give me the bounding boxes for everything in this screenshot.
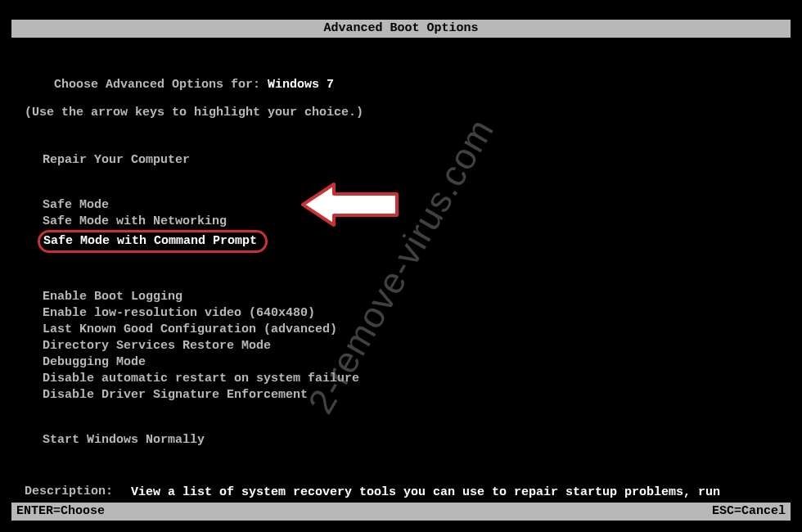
- option-low-resolution-video[interactable]: Enable low-resolution video (640x480): [43, 305, 315, 322]
- option-group-advanced: Enable Boot Logging Enable low-resolutio…: [43, 289, 777, 404]
- options-block: Repair Your Computer Safe Mode Safe Mode…: [43, 152, 777, 449]
- option-enable-boot-logging[interactable]: Enable Boot Logging: [43, 289, 182, 305]
- option-group-repair: Repair Your Computer: [43, 152, 777, 169]
- option-group-normal: Start Windows Normally: [43, 432, 777, 449]
- option-debugging-mode[interactable]: Debugging Mode: [43, 354, 146, 371]
- option-safe-mode-networking[interactable]: Safe Mode with Networking: [43, 214, 227, 230]
- option-disable-driver-signature[interactable]: Disable Driver Signature Enforcement: [43, 387, 308, 404]
- page-title: Advanced Boot Options: [323, 21, 478, 35]
- option-repair-your-computer[interactable]: Repair Your Computer: [43, 152, 190, 169]
- option-safe-mode[interactable]: Safe Mode: [43, 197, 109, 214]
- main-content: Choose Advanced Options for: Windows 7 (…: [25, 64, 777, 517]
- option-group-safe-mode: Safe Mode Safe Mode with Networking Safe…: [43, 197, 777, 253]
- footer-bar: ENTER=Choose ESC=Cancel: [11, 503, 791, 521]
- option-safe-mode-command-prompt[interactable]: Safe Mode with Command Prompt: [38, 230, 268, 253]
- footer-esc: ESC=Cancel: [712, 503, 786, 521]
- option-directory-services-restore[interactable]: Directory Services Restore Mode: [43, 338, 271, 354]
- footer-enter: ENTER=Choose: [16, 503, 105, 521]
- heading-line: Choose Advanced Options for: Windows 7: [25, 64, 777, 106]
- os-name: Windows 7: [268, 78, 334, 92]
- title-bar: Advanced Boot Options: [11, 20, 791, 38]
- option-last-known-good-configuration[interactable]: Last Known Good Configuration (advanced): [43, 322, 337, 338]
- option-disable-automatic-restart[interactable]: Disable automatic restart on system fail…: [43, 371, 359, 387]
- heading-prefix: Choose Advanced Options for:: [54, 78, 268, 92]
- subheading: (Use the arrow keys to highlight your ch…: [25, 106, 777, 119]
- option-start-windows-normally[interactable]: Start Windows Normally: [43, 432, 205, 449]
